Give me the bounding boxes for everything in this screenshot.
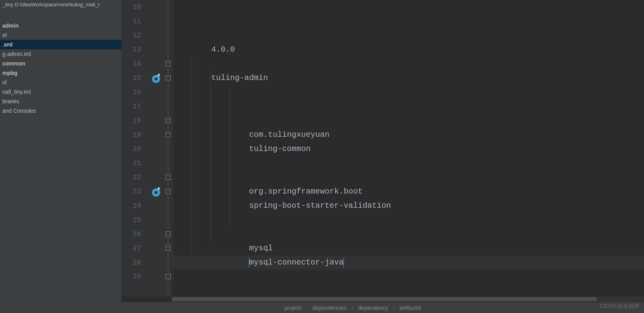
tree-item[interactable]: nall_tiny.iml xyxy=(0,87,121,97)
line-number: 25 xyxy=(121,213,149,227)
line-number: 12 xyxy=(121,28,149,43)
code-line[interactable] xyxy=(173,270,644,284)
code-line[interactable]: 4.0.0 xyxy=(173,43,644,57)
fold-toggle-icon[interactable]: − xyxy=(166,246,171,251)
code-line[interactable] xyxy=(173,85,644,99)
project-tree: adminet.xmlg-admin.imlcommonmpbgnlnall_t… xyxy=(0,21,121,116)
code-line[interactable] xyxy=(173,99,644,114)
code-line[interactable] xyxy=(173,213,644,227)
code-line[interactable]: tuling-common xyxy=(173,142,644,156)
breadcrumb-item[interactable]: dependencies xyxy=(313,305,347,311)
code-line[interactable] xyxy=(173,156,644,170)
code-content[interactable]: 4.0.0 tuling-admin com.tulingxueyuan tul… xyxy=(172,0,644,296)
tree-item[interactable]: braries xyxy=(0,97,121,106)
line-number: 28 xyxy=(121,255,149,270)
code-line[interactable]: org.springframework.boot xyxy=(173,184,644,199)
fold-toggle-icon[interactable]: − xyxy=(166,189,171,194)
line-number: 23 xyxy=(121,184,149,199)
line-number-gutter: 1011121314151617181920212223242526272829 xyxy=(121,0,149,296)
code-line[interactable] xyxy=(173,114,644,128)
project-sidebar[interactable]: _tiny D:\IdeaWorkspace\mine\tuling_mall_… xyxy=(0,0,121,313)
fold-toggle-icon[interactable]: − xyxy=(166,231,171,237)
svg-point-3 xyxy=(155,191,158,194)
fold-toggle-icon[interactable]: − xyxy=(166,175,171,180)
line-number: 14 xyxy=(121,57,149,71)
line-number: 10 xyxy=(121,0,149,14)
dependency-up-icon[interactable] xyxy=(151,73,162,84)
line-number: 21 xyxy=(121,156,149,170)
line-number: 13 xyxy=(121,43,149,57)
scrollbar-thumb[interactable] xyxy=(172,297,597,301)
tree-item[interactable]: admin xyxy=(0,21,121,30)
breadcrumb-separator-icon: › xyxy=(393,305,395,311)
line-number: 15 xyxy=(121,71,149,85)
tree-item[interactable]: mpbg xyxy=(0,68,121,78)
tree-item[interactable]: common xyxy=(0,59,121,68)
breadcrumb-item[interactable]: project xyxy=(285,305,301,311)
line-number: 27 xyxy=(121,241,149,255)
fold-toggle-icon[interactable]: − xyxy=(166,61,171,66)
code-line[interactable]: mysql xyxy=(173,241,644,255)
breadcrumb[interactable]: project›dependencies›dependency›artifact… xyxy=(121,302,644,313)
gutter-icon-column xyxy=(149,0,165,296)
fold-toggle-icon[interactable]: − xyxy=(166,132,171,137)
breadcrumb-separator-icon: › xyxy=(352,305,354,311)
code-line[interactable] xyxy=(173,227,644,241)
fold-toggle-icon[interactable]: − xyxy=(166,118,171,123)
code-line[interactable] xyxy=(173,170,644,184)
watermark: CSDN @全栈师 xyxy=(600,303,639,310)
code-line[interactable]: spring-boot-starter-validation xyxy=(173,199,644,213)
dependency-up-icon[interactable] xyxy=(151,186,162,197)
line-number: 18 xyxy=(121,114,149,128)
code-line[interactable]: com.tulingxueyuan xyxy=(173,128,644,142)
line-number: 17 xyxy=(121,99,149,114)
line-number: 19 xyxy=(121,128,149,142)
fold-toggle-icon[interactable]: − xyxy=(166,75,171,80)
editor-area: 1011121314151617181920212223242526272829… xyxy=(121,0,644,313)
tree-item[interactable]: nl xyxy=(0,78,121,87)
code-line[interactable]: tuling-admin xyxy=(173,71,644,85)
tree-item[interactable]: and Consoles xyxy=(0,106,121,116)
line-number: 22 xyxy=(121,170,149,184)
breadcrumb-separator-icon: › xyxy=(306,305,308,311)
fold-column: −−−−−−−−− xyxy=(165,0,172,296)
editor-body: 1011121314151617181920212223242526272829… xyxy=(121,0,644,296)
project-path: _tiny D:\IdeaWorkspace\mine\tuling_mall_… xyxy=(0,0,121,9)
ide-root: _tiny D:\IdeaWorkspace\mine\tuling_mall_… xyxy=(0,0,644,313)
line-number: 20 xyxy=(121,142,149,156)
line-number: 24 xyxy=(121,199,149,213)
line-number: 29 xyxy=(121,270,149,284)
breadcrumb-item[interactable]: artifactId xyxy=(400,305,421,311)
tree-item[interactable]: et xyxy=(0,30,121,40)
tree-item[interactable]: g-admin.iml xyxy=(0,49,121,59)
code-line[interactable]: mysql-connector-java xyxy=(173,255,644,270)
tree-item[interactable]: .xml xyxy=(0,40,121,49)
line-number: 11 xyxy=(121,14,149,28)
code-line[interactable] xyxy=(173,57,644,71)
horizontal-scrollbar[interactable] xyxy=(172,296,644,302)
svg-point-1 xyxy=(155,78,158,80)
code-line[interactable] xyxy=(173,284,644,296)
breadcrumb-item[interactable]: dependency xyxy=(358,305,388,311)
line-number: 16 xyxy=(121,85,149,99)
line-number: 26 xyxy=(121,227,149,241)
fold-toggle-icon[interactable]: − xyxy=(166,274,171,279)
